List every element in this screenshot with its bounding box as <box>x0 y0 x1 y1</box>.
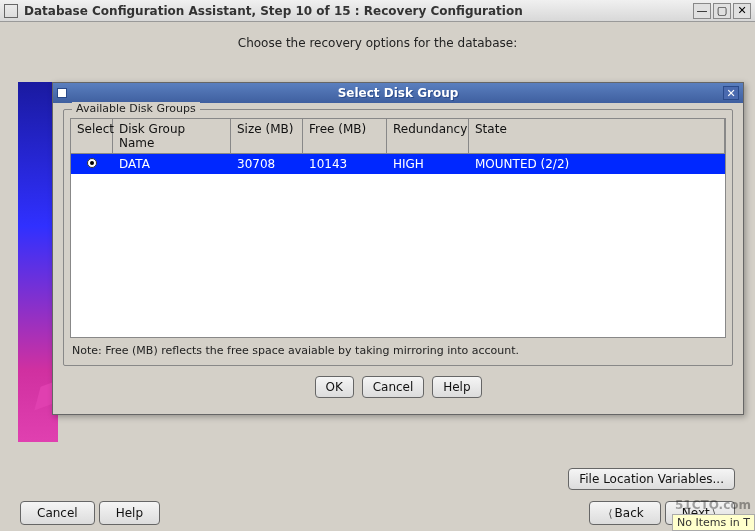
close-button[interactable]: ✕ <box>733 3 751 19</box>
dialog-close-button[interactable]: ✕ <box>723 86 739 100</box>
mirroring-note: Note: Free (MB) reflects the free space … <box>70 338 726 359</box>
row-state: MOUNTED (2/2) <box>469 154 725 174</box>
chevron-left-icon: ⟨ <box>608 507 612 520</box>
minimize-button[interactable]: — <box>693 3 711 19</box>
wizard-bottom-bar: Cancel Help ⟨Back Next⟩ <box>0 501 755 525</box>
window-title: Database Configuration Assistant, Step 1… <box>24 4 691 18</box>
dialog-system-icon <box>57 88 67 98</box>
table-row[interactable]: DATA 30708 10143 HIGH MOUNTED (2/2) <box>71 154 725 174</box>
wizard-back-button[interactable]: ⟨Back <box>589 501 660 525</box>
select-disk-group-dialog: Select Disk Group ✕ Available Disk Group… <box>52 82 744 415</box>
file-location-variables-button[interactable]: File Location Variables... <box>568 468 735 490</box>
wizard-help-button[interactable]: Help <box>99 501 160 525</box>
col-free: Free (MB) <box>303 119 387 153</box>
watermark-main: 51CTO.com <box>675 497 751 513</box>
dialog-button-row: OK Cancel Help <box>63 366 733 404</box>
radio-icon <box>87 158 97 168</box>
tray-notification: No Items in T <box>672 514 755 531</box>
help-button[interactable]: Help <box>432 376 481 398</box>
dialog-titlebar: Select Disk Group ✕ <box>53 83 743 103</box>
main-window: Database Configuration Assistant, Step 1… <box>0 0 755 531</box>
available-disk-groups-box: Available Disk Groups Select Disk Group … <box>63 109 733 366</box>
main-body: Choose the recovery options for the data… <box>0 22 755 531</box>
row-size: 30708 <box>231 154 303 174</box>
row-name: DATA <box>113 154 231 174</box>
col-select: Select <box>71 119 113 153</box>
col-redundancy: Redundancy <box>387 119 469 153</box>
app-icon <box>4 4 18 18</box>
table-header-row: Select Disk Group Name Size (MB) Free (M… <box>71 119 725 154</box>
col-state: State <box>469 119 725 153</box>
col-name: Disk Group Name <box>113 119 231 153</box>
ok-button[interactable]: OK <box>315 376 354 398</box>
row-select-radio[interactable] <box>71 154 113 174</box>
row-redundancy: HIGH <box>387 154 469 174</box>
back-label: Back <box>615 506 644 520</box>
row-free: 10143 <box>303 154 387 174</box>
groupbox-legend: Available Disk Groups <box>72 102 200 115</box>
wizard-cancel-button[interactable]: Cancel <box>20 501 95 525</box>
intro-text: Choose the recovery options for the data… <box>8 36 747 50</box>
dialog-title: Select Disk Group <box>73 86 723 100</box>
disk-group-table: Select Disk Group Name Size (MB) Free (M… <box>70 118 726 338</box>
dialog-body: Available Disk Groups Select Disk Group … <box>53 103 743 414</box>
main-titlebar: Database Configuration Assistant, Step 1… <box>0 0 755 22</box>
maximize-button[interactable]: ▢ <box>713 3 731 19</box>
cancel-button[interactable]: Cancel <box>362 376 425 398</box>
col-size: Size (MB) <box>231 119 303 153</box>
